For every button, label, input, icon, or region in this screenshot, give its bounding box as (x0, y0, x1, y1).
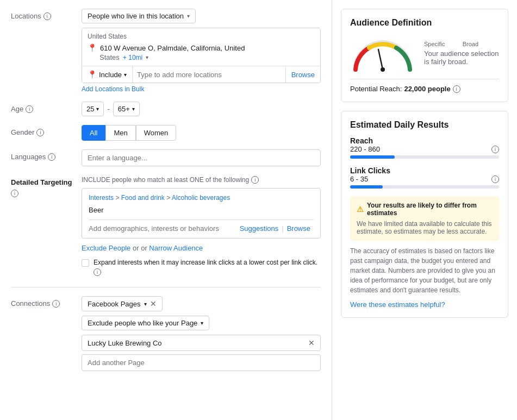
location-scroll[interactable]: United States 📍 610 W Avenue O, Palmdale… (82, 28, 320, 66)
potential-reach: Potential Reach: 22,000 people i (350, 79, 499, 93)
locations-label: Locations i (11, 9, 82, 20)
dt-browse-button[interactable]: Browse (284, 224, 314, 233)
exclude-page-button[interactable]: Exclude people who like your Page ▾ (82, 316, 209, 330)
dt-include-info-icon[interactable]: i (251, 176, 259, 184)
location-item: 📍 610 W Avenue O, Palmdale, California, … (88, 42, 315, 53)
add-page-input[interactable] (82, 354, 321, 371)
dt-include-text: INCLUDE people who match at least ONE of… (82, 176, 321, 184)
reach-range: 220 - 860 i (350, 145, 499, 153)
svg-line-0 (378, 49, 383, 70)
gender-label: Gender i (11, 125, 82, 136)
interests-link[interactable]: Interests (89, 194, 114, 202)
dt-input-row: Suggestions | Browse (89, 220, 314, 233)
reach-info-icon[interactable]: i (491, 146, 499, 153)
distance-badge[interactable]: + 10mi (123, 54, 142, 61)
estimated-results-card: Estimated Daily Results Reach 220 - 860 … (341, 111, 508, 318)
interests-breadcrumb: Interests > Food and drink > Alcoholic b… (89, 194, 314, 202)
connections-content: Facebook Pages ▾ ✕ Exclude people who li… (82, 296, 321, 371)
languages-content (82, 149, 321, 166)
svg-point-1 (381, 67, 385, 72)
narrow-audience-link[interactable]: Narrow Audience (149, 244, 203, 252)
exclude-narrow-row: Exclude People or or Narrow Audience (82, 244, 321, 252)
age-min-caret: ▾ (96, 106, 99, 112)
gauge-wrapper: Specific Broad Your audience selection i… (350, 34, 499, 72)
detailed-targeting-info-icon[interactable]: i (11, 190, 18, 197)
helpful-link[interactable]: Were these estimates helpful? (350, 300, 499, 309)
audience-definition-card: Audience Definition (341, 9, 508, 102)
connections-label: Connections i (11, 296, 82, 308)
gender-all-button[interactable]: All (82, 125, 105, 141)
location-browse-button[interactable]: Browse (285, 67, 320, 83)
age-info-icon[interactable]: i (26, 105, 33, 113)
location-sub: States + 10mi ▾ (88, 53, 315, 61)
dt-actions: Suggestions | Browse (236, 224, 314, 233)
dt-text-input[interactable] (89, 224, 236, 233)
locations-content: People who live in this location ▾ Unite… (82, 9, 321, 93)
location-input-row: 📍 Include ▾ Browse (82, 66, 320, 83)
gender-info-icon[interactable]: i (36, 129, 44, 136)
languages-info-icon[interactable]: i (48, 153, 55, 161)
gauge-text: Your audience selection is fairly broad. (424, 49, 499, 66)
location-country: United States (88, 33, 315, 40)
reach-bar-fill (350, 155, 395, 159)
link-clicks-label: Link Clicks (350, 166, 499, 175)
gauge-description: Specific Broad Your audience selection i… (424, 41, 499, 66)
warning-body: We have limited data available to calcul… (357, 220, 493, 235)
age-max-select[interactable]: 65+ ▾ (113, 102, 140, 116)
distance-caret: ▾ (146, 54, 148, 60)
facebook-pages-tag: Facebook Pages ▾ ✕ (82, 296, 163, 311)
connections-row: Facebook Pages ▾ ✕ (82, 296, 321, 311)
language-input[interactable] (82, 149, 321, 166)
reach-metric: Reach 220 - 860 i (350, 136, 499, 159)
languages-label: Languages i (11, 149, 82, 161)
expand-text: Expand interests when it may increase li… (94, 259, 321, 276)
estimated-results-title: Estimated Daily Results (350, 120, 499, 130)
age-min-select[interactable]: 25 ▾ (82, 102, 104, 116)
gender-buttons: All Men Women (82, 125, 321, 141)
age-label: Age i (11, 102, 82, 113)
food-drink-link[interactable]: Food and drink (121, 194, 165, 202)
detailed-targeting-label-wrapper: Detailed Targeting i (11, 175, 82, 197)
include-pin-icon: 📍 (88, 70, 97, 79)
facebook-pages-remove-button[interactable]: ✕ (150, 299, 157, 308)
gender-content: All Men Women (82, 125, 321, 141)
facebook-pages-caret: ▾ (144, 301, 147, 307)
exclude-page-caret: ▾ (201, 320, 203, 326)
reach-bar-track (350, 155, 499, 159)
link-clicks-bar-track (350, 185, 499, 189)
expand-checkbox[interactable] (82, 259, 89, 267)
location-pin-icon: 📍 (88, 43, 97, 52)
link-clicks-info-icon[interactable]: i (491, 175, 499, 183)
gender-women-button[interactable]: Women (136, 125, 177, 141)
location-dropdown-caret: ▾ (187, 13, 190, 19)
alcoholic-beverages-link[interactable]: Alcoholic beverages (172, 194, 230, 202)
location-text-input[interactable] (133, 67, 285, 83)
connections-info-icon[interactable]: i (52, 300, 60, 308)
audience-definition-title: Audience Definition (350, 18, 499, 28)
link-clicks-bar-fill (350, 185, 383, 189)
info-text: The accuracy of estimates is based on fa… (350, 246, 499, 295)
age-max-caret: ▾ (132, 106, 135, 112)
add-bulk-link[interactable]: Add Locations in Bulk (82, 85, 144, 93)
audience-gauge (350, 34, 415, 72)
gender-men-button[interactable]: Men (105, 125, 135, 141)
reach-label: Reach (350, 136, 499, 145)
page-tag: Lucky Luke Brewing Co ✕ (82, 335, 321, 351)
location-type-dropdown[interactable]: People who live in this location ▾ (82, 9, 196, 23)
link-clicks-metric: Link Clicks 6 - 35 i (350, 166, 499, 189)
locations-info-icon[interactable]: i (43, 12, 51, 20)
include-select[interactable]: 📍 Include ▾ (82, 66, 133, 83)
include-caret: ▾ (124, 72, 127, 78)
detailed-targeting-content: INCLUDE people who match at least ONE of… (82, 175, 321, 276)
detailed-targeting-box: Interests > Food and drink > Alcoholic b… (82, 188, 321, 239)
exclude-people-link[interactable]: Exclude People (82, 244, 130, 252)
warning-title: ⚠ Your results are likely to differ from… (357, 202, 493, 217)
right-panel: Audience Definition (332, 0, 517, 420)
connections-section: Connections i Facebook Pages ▾ ✕ Exclude… (11, 287, 321, 371)
expand-row: Expand interests when it may increase li… (82, 259, 321, 276)
page-remove-button[interactable]: ✕ (308, 338, 315, 347)
potential-reach-info-icon[interactable]: i (453, 85, 460, 93)
warning-box: ⚠ Your results are likely to differ from… (350, 196, 499, 241)
suggestions-button[interactable]: Suggestions (236, 224, 282, 233)
expand-info-icon[interactable]: i (94, 268, 101, 276)
